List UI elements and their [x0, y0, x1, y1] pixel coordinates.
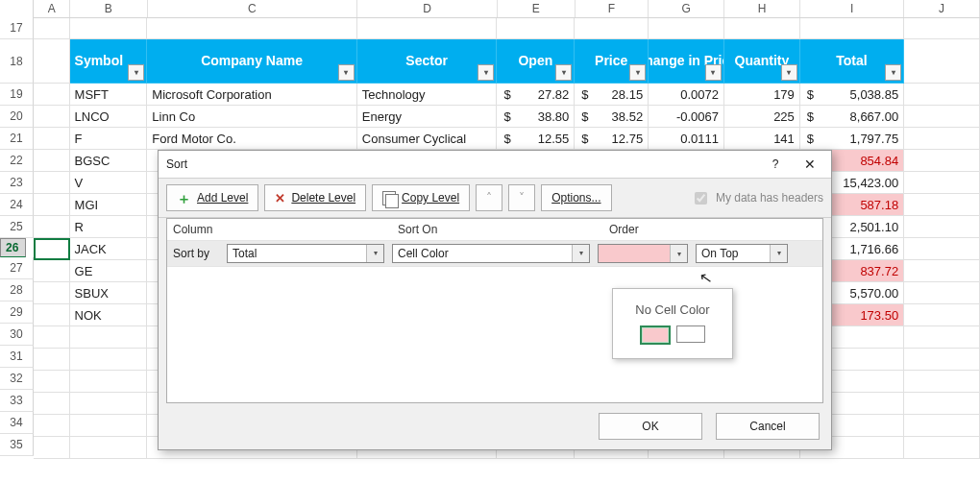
cell-company[interactable]: Microsoft Corporation: [147, 84, 356, 106]
cell[interactable]: [34, 150, 70, 172]
sorton-select[interactable]: Cell Color▾: [392, 244, 590, 263]
cell-price[interactable]: $38.52: [575, 106, 649, 128]
row-header-23[interactable]: 23: [0, 172, 34, 194]
ok-button[interactable]: OK: [599, 413, 702, 440]
row-header-25[interactable]: 25: [0, 216, 34, 238]
filter-button-sector[interactable]: ▾: [478, 64, 494, 81]
col-header-H[interactable]: H: [724, 0, 800, 17]
row-header-35[interactable]: 35: [0, 434, 34, 456]
cell[interactable]: [904, 150, 980, 172]
color-swatch-pink[interactable]: [640, 325, 671, 345]
cell-qty[interactable]: 225: [724, 106, 800, 128]
cell-price[interactable]: $12.75: [575, 128, 649, 150]
cell[interactable]: [904, 260, 980, 282]
cell[interactable]: [904, 106, 980, 128]
col-header-B[interactable]: B: [70, 0, 148, 17]
row-header-18[interactable]: 18: [0, 39, 34, 84]
cell-company[interactable]: Ford Motor Co.: [147, 128, 356, 150]
cell-symbol[interactable]: R: [70, 216, 148, 238]
delete-level-button[interactable]: ✕Delete Level: [264, 184, 366, 211]
cell-change[interactable]: 0.0111: [649, 128, 724, 150]
row-header-19[interactable]: 19: [0, 84, 34, 106]
row-header-24[interactable]: 24: [0, 194, 34, 216]
cell[interactable]: [34, 216, 70, 238]
sort-level-row[interactable]: Sort by Total▾ Cell Color▾ ▾ On Top▾: [167, 241, 822, 267]
row-header-29[interactable]: 29: [0, 301, 34, 324]
cell-open[interactable]: $12.55: [497, 128, 575, 150]
filter-button-open[interactable]: ▾: [555, 64, 572, 81]
cell[interactable]: [34, 304, 70, 326]
cell-change[interactable]: -0.0067: [649, 106, 724, 128]
filter-button-symbol[interactable]: ▾: [128, 64, 144, 81]
copy-level-button[interactable]: Copy Level: [372, 184, 470, 211]
row-header-22[interactable]: 22: [0, 150, 34, 172]
col-header-E[interactable]: E: [498, 0, 576, 17]
move-down-button[interactable]: ˅: [508, 184, 535, 211]
cell-symbol[interactable]: F: [70, 128, 148, 150]
row-header-21[interactable]: 21: [0, 128, 34, 150]
cell-symbol[interactable]: MGI: [70, 194, 148, 216]
cell[interactable]: [34, 282, 70, 304]
cell[interactable]: [904, 282, 980, 304]
cell[interactable]: [34, 84, 70, 106]
cell-symbol[interactable]: V: [70, 172, 148, 194]
cell-total[interactable]: $1,797.75: [800, 128, 904, 150]
row-header-30[interactable]: 30: [0, 324, 34, 346]
dialog-titlebar[interactable]: Sort ? ✕: [159, 151, 831, 179]
order-position-select[interactable]: On Top▾: [696, 244, 788, 263]
cell[interactable]: [34, 260, 70, 282]
cell-symbol[interactable]: GE: [70, 260, 148, 282]
cell[interactable]: [904, 216, 980, 238]
col-header-F[interactable]: F: [576, 0, 649, 17]
row-header-27[interactable]: 27: [0, 257, 34, 279]
no-cell-color-option[interactable]: No Cell Color: [635, 302, 709, 317]
row-header-34[interactable]: 34: [0, 412, 34, 434]
add-level-button[interactable]: ＋Add Level: [166, 184, 258, 211]
cell[interactable]: [34, 106, 70, 128]
cell-symbol[interactable]: JACK: [70, 238, 148, 260]
cell[interactable]: [34, 238, 70, 260]
cell-qty[interactable]: 179: [724, 84, 800, 106]
order-color-select[interactable]: ▾: [598, 244, 688, 263]
cell-open[interactable]: $38.80: [497, 106, 575, 128]
col-header-A[interactable]: A: [34, 0, 69, 17]
cell-price[interactable]: $28.15: [575, 84, 649, 106]
table-row[interactable]: MSFTMicrosoft CorporationTechnology$27.8…: [34, 84, 980, 106]
cell-total[interactable]: $5,038.85: [800, 84, 904, 106]
close-button[interactable]: ✕: [795, 155, 825, 174]
filter-button-company[interactable]: ▾: [338, 64, 355, 81]
row-header-17[interactable]: 17: [0, 17, 34, 39]
sortby-column-select[interactable]: Total▾: [227, 244, 384, 263]
row-header-33[interactable]: 33: [0, 390, 34, 412]
cell-symbol[interactable]: SBUX: [70, 282, 148, 304]
cancel-button[interactable]: Cancel: [716, 413, 820, 440]
col-header-I[interactable]: I: [800, 0, 904, 17]
cell[interactable]: [34, 128, 70, 150]
cell[interactable]: [904, 172, 980, 194]
cell-sector[interactable]: Technology: [357, 84, 498, 106]
row-header-20[interactable]: 20: [0, 106, 34, 128]
cell[interactable]: [904, 238, 980, 260]
table-row[interactable]: LNCOLinn CoEnergy$38.80$38.52-0.0067225$…: [34, 106, 980, 128]
select-all-corner[interactable]: [0, 0, 34, 17]
row-header-28[interactable]: 28: [0, 279, 34, 301]
cell-sector[interactable]: Consumer Cyclical: [357, 128, 498, 150]
row-header-26[interactable]: 26: [0, 238, 26, 257]
cell[interactable]: [904, 194, 980, 216]
cell[interactable]: [34, 172, 70, 194]
help-button[interactable]: ?: [766, 155, 785, 174]
filter-button-change[interactable]: ▾: [705, 64, 722, 81]
cell-open[interactable]: $27.82: [497, 84, 575, 106]
cell[interactable]: [904, 304, 980, 326]
cell-sector[interactable]: Energy: [357, 106, 498, 128]
options-button[interactable]: Options...: [541, 184, 611, 211]
col-header-D[interactable]: D: [357, 0, 498, 17]
row-header-32[interactable]: 32: [0, 368, 34, 390]
cell-symbol[interactable]: BGSC: [70, 150, 148, 172]
row-header-31[interactable]: 31: [0, 346, 34, 368]
filter-button-price[interactable]: ▾: [629, 64, 646, 81]
cell[interactable]: [904, 84, 980, 106]
cell-qty[interactable]: 141: [724, 128, 800, 150]
col-header-C[interactable]: C: [148, 0, 358, 17]
table-row[interactable]: FFord Motor Co.Consumer Cyclical$12.55$1…: [34, 128, 980, 150]
